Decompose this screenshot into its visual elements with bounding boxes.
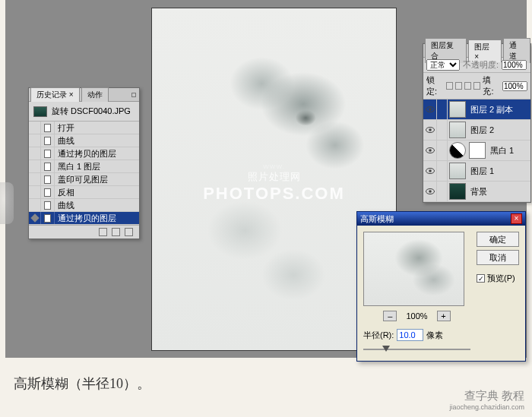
layer-options-row: 正常 不透明度: <box>423 58 530 73</box>
layer-name: 图层 2 <box>467 125 530 136</box>
step-icon <box>44 150 51 158</box>
history-item[interactable]: 曲线 <box>29 199 139 212</box>
snapshot-thumb-icon <box>33 106 47 117</box>
zoom-row: – 100% + <box>363 311 470 321</box>
step-icon <box>44 201 51 210</box>
svg-point-3 <box>429 128 432 131</box>
blur-preview[interactable] <box>363 232 464 306</box>
history-item[interactable]: 黑白 1 图层 <box>29 160 139 173</box>
preview-checkbox[interactable]: ✓ 预览(P) <box>477 273 519 284</box>
watermark-cn: 照片处理网 <box>203 170 345 184</box>
layer-thumb <box>449 142 466 159</box>
tab-history[interactable]: 历史记录 × <box>30 87 80 102</box>
fill-input[interactable] <box>502 81 527 91</box>
preview-label: 预览(P) <box>487 273 515 284</box>
brand-line2: jiaocheng.chazidian.com <box>449 403 524 411</box>
ok-button[interactable]: 确定 <box>477 232 519 247</box>
history-footer <box>29 225 139 239</box>
opacity-label: 不透明度: <box>463 59 499 71</box>
dialog-title: 高斯模糊 <box>360 213 394 225</box>
site-brand: 查字典 教程 jiaocheng.chazidian.com <box>449 389 524 411</box>
step-icon <box>44 214 51 223</box>
layer-name: 黑白 1 <box>487 145 530 156</box>
layer-name: 图层 2 副本 <box>467 104 530 115</box>
step-icon <box>44 137 51 145</box>
lock-transparent-icon[interactable] <box>446 82 453 90</box>
history-label: 反相 <box>55 187 139 198</box>
fill-label: 填充: <box>483 74 500 97</box>
layer-row[interactable]: 图层 2 副本 <box>423 100 530 120</box>
radius-slider[interactable] <box>363 344 470 355</box>
blend-mode-select[interactable]: 正常 <box>426 59 460 71</box>
cancel-button[interactable]: 取消 <box>477 250 519 265</box>
history-item[interactable]: 通过拷贝的图层 <box>29 212 139 225</box>
history-item[interactable]: 反相 <box>29 186 139 199</box>
snapshot-name: 旋转 DSCF0040.JPG <box>52 106 131 117</box>
radius-input[interactable] <box>397 329 423 341</box>
history-label: 打开 <box>55 122 139 134</box>
watermark: WWW. 照片处理网 PHOTOPS.COM <box>203 163 345 204</box>
layer-thumb <box>449 183 466 200</box>
svg-point-7 <box>429 169 432 172</box>
opacity-input[interactable] <box>502 60 527 70</box>
layer-thumb <box>449 163 466 179</box>
lock-all-icon[interactable] <box>473 82 480 90</box>
svg-point-5 <box>429 149 432 152</box>
visibility-toggle[interactable] <box>423 120 437 140</box>
history-label: 曲线 <box>55 200 139 211</box>
close-icon[interactable]: × <box>511 213 522 224</box>
slider-thumb-icon[interactable] <box>382 346 390 352</box>
layer-row[interactable]: 背景 <box>423 182 530 202</box>
history-label: 曲线 <box>55 135 139 147</box>
layer-list: 图层 2 副本图层 2黑白 1图层 1背景 <box>423 100 530 202</box>
history-list: 打开曲线通过拷贝的图层黑白 1 图层盖印可见图层反相曲线通过拷贝的图层 <box>29 122 139 225</box>
layer-thumb <box>449 122 466 138</box>
visibility-toggle[interactable] <box>423 100 437 119</box>
history-snapshot[interactable]: 旋转 DSCF0040.JPG <box>29 102 139 122</box>
lock-pixels-icon[interactable] <box>455 82 462 90</box>
watermark-sub: WWW. <box>203 163 345 170</box>
panel-menu-icon[interactable] <box>131 93 136 97</box>
layer-name: 背景 <box>467 186 530 197</box>
layer-lock-row: 锁定: 填充: <box>423 73 530 100</box>
new-snapshot-icon[interactable] <box>99 228 107 236</box>
layers-panel: 图层复合 图层 × 通道 正常 不透明度: 锁定: 填充: 图层 2 副本图层 … <box>423 43 531 203</box>
zoom-out-button[interactable]: – <box>383 311 397 321</box>
layer-thumb <box>449 101 466 118</box>
zoom-in-button[interactable]: + <box>437 311 451 321</box>
visibility-toggle[interactable] <box>423 161 437 181</box>
binder-clip-icon <box>0 182 14 224</box>
checkbox-icon: ✓ <box>477 274 485 283</box>
layer-row[interactable]: 图层 1 <box>423 161 530 182</box>
trash-icon[interactable] <box>125 228 133 236</box>
brand-line1: 查字典 教程 <box>449 389 524 403</box>
dialog-titlebar[interactable]: 高斯模糊 × <box>357 212 525 226</box>
tab-layers[interactable]: 图层 × <box>468 39 502 62</box>
workspace: WWW. 照片处理网 PHOTOPS.COM 历史记录 × 动作 旋转 DSCF… <box>5 0 527 358</box>
history-panel: 历史记录 × 动作 旋转 DSCF0040.JPG 打开曲线通过拷贝的图层黑白 … <box>28 87 140 239</box>
history-label: 通过拷贝的图层 <box>55 148 139 160</box>
history-label: 盖印可见图层 <box>55 174 139 185</box>
layer-mask-thumb <box>469 142 486 159</box>
watermark-en: PHOTOPS.COM <box>203 184 345 204</box>
history-item[interactable]: 打开 <box>29 122 139 134</box>
radius-unit: 像素 <box>426 330 443 341</box>
svg-point-1 <box>429 108 432 111</box>
radius-label: 半径(R): <box>363 330 394 341</box>
history-item[interactable]: 曲线 <box>29 134 139 147</box>
lock-position-icon[interactable] <box>464 82 471 90</box>
radius-row: 半径(R): 像素 <box>363 329 470 341</box>
svg-point-9 <box>429 190 432 193</box>
step-icon <box>44 163 51 171</box>
layers-tabbar: 图层复合 图层 × 通道 <box>423 44 530 58</box>
lock-label: 锁定: <box>426 74 444 97</box>
visibility-toggle[interactable] <box>423 141 437 160</box>
step-icon <box>44 175 51 184</box>
new-doc-icon[interactable] <box>112 228 120 236</box>
layer-row[interactable]: 图层 2 <box>423 120 530 141</box>
tab-actions[interactable]: 动作 <box>81 87 109 102</box>
layer-row[interactable]: 黑白 1 <box>423 141 530 161</box>
visibility-toggle[interactable] <box>423 182 437 201</box>
history-item[interactable]: 通过拷贝的图层 <box>29 147 139 160</box>
history-item[interactable]: 盖印可见图层 <box>29 173 139 186</box>
